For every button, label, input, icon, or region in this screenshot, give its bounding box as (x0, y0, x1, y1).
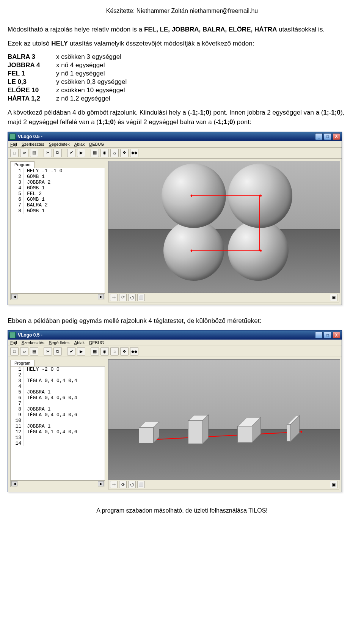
toolbar-button[interactable]: ▦ (91, 149, 99, 157)
code-line: 5FEL 2 (11, 191, 105, 197)
line-number: 8 (11, 208, 24, 214)
text: Módosítható a rajzolás helye relatív mód… (8, 26, 144, 33)
bold-hely: HELY (51, 40, 68, 47)
menu-item[interactable]: Ablak (74, 142, 85, 146)
toolbar-button[interactable]: □ (10, 347, 19, 356)
viewport-button[interactable]: ⬜ (137, 481, 145, 488)
coord: 1;1;0 (99, 118, 114, 126)
code-line: 6TÉGLA 0,4 0,6 0,4 (11, 395, 105, 401)
toolbar-button[interactable]: ▱ (20, 149, 28, 157)
menu-item[interactable]: Ablak (74, 340, 85, 345)
scroll-right-icon[interactable]: ▶ (98, 294, 104, 299)
titlebar[interactable]: VLogo 0.5 - _ □ X (8, 132, 342, 141)
minimize-button[interactable]: _ (315, 133, 323, 140)
toolbar-button[interactable]: ▶ (77, 347, 85, 356)
viewport-button[interactable]: ▣ (330, 294, 337, 301)
viewport-button[interactable]: ⟳ (119, 481, 127, 488)
close-button[interactable]: X (333, 332, 340, 338)
toolbar-button[interactable]: ◉ (100, 149, 109, 157)
menu-item[interactable]: Fájl (10, 340, 17, 345)
toolbar: □▱▤✂⧉✔▶▦◉☼❖◆◆ (8, 346, 342, 357)
code-text: JOBBRA 1 (24, 406, 50, 412)
text: ) és végül 2 egységgel balra van a ( (114, 118, 216, 126)
toolbar-button[interactable]: ▤ (30, 347, 38, 356)
coord: -1;-1;0 (190, 109, 209, 116)
toolbar-button[interactable]: ✂ (44, 149, 52, 157)
minimize-button[interactable]: _ (315, 332, 323, 338)
menu-item[interactable]: Segédletek (49, 340, 70, 345)
horizontal-scrollbar[interactable]: ◀ ▶ (10, 294, 105, 300)
menu-item[interactable]: Szerkesztés (22, 340, 44, 345)
code-text: GÖMB 1 (24, 208, 45, 214)
cmd-cell: ELŐRE 10 (8, 86, 56, 94)
code-editor[interactable]: 1HELY -2 0 023TÉGLA 0,4 0,4 0,445JOBBRA … (10, 366, 105, 481)
code-line: 6GÖMB 1 (11, 197, 105, 202)
toolbar-button[interactable]: ▶ (77, 149, 85, 157)
close-button[interactable]: X (333, 133, 340, 140)
toolbar-button[interactable]: ⧉ (53, 149, 62, 157)
menu-item[interactable]: DEBUG (89, 340, 104, 345)
toolbar-button[interactable]: ◉ (100, 347, 109, 356)
viewport-button[interactable]: ⬜ (137, 294, 145, 301)
code-text: GÖMB 1 (24, 185, 45, 191)
text: Ezek az utolsó (8, 40, 51, 47)
maximize-button[interactable]: □ (324, 332, 331, 338)
tab-program[interactable]: Program (10, 161, 35, 168)
viewport-button[interactable]: ⊹ (110, 481, 118, 488)
scroll-left-icon[interactable]: ◀ (11, 294, 17, 299)
desc-cell: x nő 4 egységgel (56, 61, 130, 69)
viewport-button[interactable]: ⟳ (119, 294, 127, 301)
code-editor[interactable]: 1HELY -1 -1 02GÖMB 13JOBBRA 24GÖMB 15FEL… (10, 168, 105, 294)
text: A következő példában 4 db gömböt rajzolu… (8, 109, 190, 116)
toolbar-button[interactable]: ▤ (30, 149, 38, 157)
toolbar-button[interactable]: ◆◆ (130, 347, 138, 356)
cmd-cell: FEL 1 (8, 69, 56, 78)
line-number: 9 (11, 412, 24, 418)
text: ) pont. Innen jobbra 2 egységgel van a ( (209, 109, 323, 116)
render-viewport[interactable] (108, 161, 340, 293)
text: utasításokkal is. (277, 26, 325, 33)
cmd-cell: JOBBRA 4 (8, 61, 56, 69)
cmd-cell: HÁRTA 1,2 (8, 94, 56, 103)
toolbar-button[interactable]: ☼ (110, 149, 119, 157)
toolbar-button[interactable]: □ (10, 149, 19, 157)
menu-item[interactable]: DEBUG (89, 142, 104, 146)
toolbar-button[interactable]: ▱ (20, 347, 28, 356)
toolbar-button[interactable]: ⧉ (53, 347, 62, 356)
scroll-right-icon[interactable]: ▶ (98, 481, 104, 486)
toolbar-button[interactable]: ☼ (110, 347, 119, 356)
table-row: ELŐRE 10z csökken 10 egységgel (8, 86, 130, 94)
line-number: 5 (11, 389, 24, 395)
viewport-button[interactable]: ▣ (330, 481, 337, 488)
toolbar-button[interactable]: ◆◆ (130, 149, 138, 157)
toolbar-button[interactable]: ✂ (44, 347, 52, 356)
menu-item[interactable]: Szerkesztés (22, 142, 44, 146)
desc-cell: x csökken 3 egységgel (56, 53, 130, 61)
line-number: 12 (11, 429, 24, 435)
menu-item[interactable]: Fájl (10, 142, 17, 146)
paragraph-2: Ezek az utolsó HELY utasítás valamelyik … (8, 39, 356, 49)
code-line: 2GÖMB 1 (11, 174, 105, 179)
viewport-button[interactable]: ⊹ (110, 294, 118, 301)
horizon-line (108, 229, 340, 230)
toolbar-button[interactable]: ❖ (120, 149, 129, 157)
viewport-button[interactable]: ⭯ (128, 481, 136, 488)
toolbar-button[interactable]: ❖ (120, 347, 129, 356)
menu-item[interactable]: Segédletek (49, 142, 70, 146)
tab-program[interactable]: Program (10, 360, 35, 366)
code-text (24, 401, 27, 406)
titlebar[interactable]: VLogo 0.5 - _ □ X (8, 330, 342, 340)
horizontal-scrollbar[interactable]: ◀ ▶ (10, 481, 105, 487)
scroll-left-icon[interactable]: ◀ (11, 481, 17, 486)
toolbar: □▱▤✂⧉✔▶▦◉☼❖◆◆ (8, 148, 342, 159)
toolbar-button[interactable]: ▦ (91, 347, 99, 356)
toolbar-button[interactable]: ✔ (67, 347, 75, 356)
viewport-button[interactable]: ⭯ (128, 294, 136, 301)
vlogo-window-2: VLogo 0.5 - _ □ X FájlSzerkesztésSegédle… (8, 330, 342, 492)
line-number: 4 (11, 185, 24, 191)
maximize-button[interactable]: □ (324, 133, 331, 140)
toolbar-button[interactable]: ✔ (67, 149, 75, 157)
render-viewport[interactable] (108, 359, 340, 480)
viewport-toolbar: ⊹⟳⭯⬜▣ (108, 293, 339, 302)
desc-cell: y nő 1 egységgel (56, 69, 130, 78)
